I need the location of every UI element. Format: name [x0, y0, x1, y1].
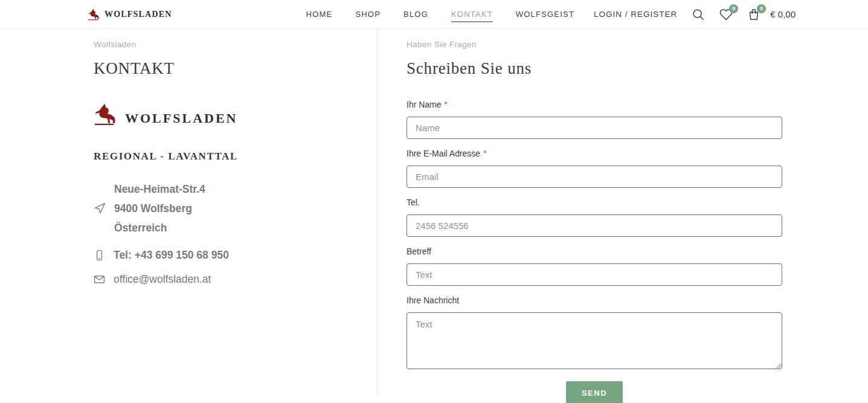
top-header: WOLFSLADEN HOME SHOP BLOG KONTAKT WOLFSG…: [0, 0, 868, 29]
contact-info-column: Wolfsladen KONTAKT WOLFSLADEN REGIONAL -…: [0, 29, 377, 403]
phone-block: Tel: +43 699 150 68 950: [94, 249, 353, 262]
email-block: office@wolfsladen.at: [94, 273, 353, 286]
search-button[interactable]: [692, 8, 705, 21]
wishlist-button[interactable]: 0: [719, 8, 733, 21]
address-block: Neue-Heimat-Str.4 9400 Wolfsberg Österre…: [94, 179, 353, 237]
tel-label: Tel.: [407, 198, 782, 207]
header-actions: LOGIN / REGISTER 0: [594, 8, 796, 21]
cart-button[interactable]: 0: [747, 8, 760, 21]
region-title: REGIONAL - LAVANTTAL: [94, 150, 353, 163]
address-line-1: Neue-Heimat-Str.4: [114, 179, 205, 199]
wolf-logo-icon: [88, 8, 101, 21]
contact-form: Ihr Name* Ihre E-Mail Adresse* Tel. Betr…: [407, 100, 782, 403]
name-label: Ihr Name*: [407, 100, 782, 109]
cart-total[interactable]: € 0,00: [770, 9, 796, 19]
subject-label: Betreff: [407, 247, 782, 256]
subject-field-group: Betreff: [407, 247, 782, 286]
contact-form-column: Haben Sie Fragen Schreiben Sie uns Ihr N…: [377, 29, 868, 403]
send-button[interactable]: SEND: [566, 381, 623, 403]
main-content: Wolfsladen KONTAKT WOLFSLADEN REGIONAL -…: [0, 29, 868, 403]
email-icon: [94, 273, 105, 286]
email-field-group: Ihre E-Mail Adresse*: [407, 149, 782, 188]
email-label: Ihre E-Mail Adresse*: [407, 149, 782, 158]
nav-item-wolfsgeist[interactable]: WOLFSGEIST: [516, 6, 574, 22]
form-title: Schreiben Sie uns: [407, 59, 782, 78]
nav-item-home[interactable]: HOME: [306, 6, 333, 22]
email-label-text: Ihre E-Mail Adresse: [407, 149, 480, 158]
submit-row: SEND: [407, 381, 782, 403]
nav-item-kontakt[interactable]: KONTAKT: [451, 6, 493, 22]
name-label-text: Ihr Name: [407, 100, 442, 109]
message-label: Ihre Nachricht: [407, 295, 782, 305]
message-field-group: Ihre Nachricht: [407, 295, 782, 372]
page-title: KONTAKT: [94, 59, 353, 78]
location-arrow-icon: [94, 179, 106, 237]
shop-logo-text: WOLFSLADEN: [125, 111, 237, 128]
subject-input[interactable]: [407, 263, 782, 286]
column-divider: [377, 29, 378, 396]
contact-details: Neue-Heimat-Str.4 9400 Wolfsberg Österre…: [94, 179, 353, 286]
phone-number: Tel: +43 699 150 68 950: [114, 249, 229, 262]
address-lines: Neue-Heimat-Str.4 9400 Wolfsberg Österre…: [114, 179, 205, 237]
tel-field-group: Tel.: [407, 198, 782, 237]
shop-logo: WOLFSLADEN: [94, 103, 353, 128]
header-logo[interactable]: WOLFSLADEN: [88, 8, 172, 21]
header-logo-text: WOLFSLADEN: [104, 10, 172, 19]
phone-icon: [94, 249, 105, 262]
required-marker: *: [445, 100, 448, 109]
required-marker: *: [483, 149, 486, 158]
cart-count-badge: 0: [757, 4, 766, 13]
form-eyebrow: Haben Sie Fragen: [407, 40, 782, 49]
message-textarea[interactable]: [407, 312, 782, 369]
nav-item-shop[interactable]: SHOP: [355, 6, 381, 22]
breadcrumb: Wolfsladen: [94, 40, 353, 49]
wishlist-count-badge: 0: [729, 4, 738, 13]
search-icon: [692, 8, 705, 21]
address-line-2: 9400 Wolfsberg: [114, 199, 205, 218]
address-line-3: Österreich: [114, 218, 205, 237]
name-input[interactable]: [407, 117, 782, 139]
email-input[interactable]: [407, 166, 782, 188]
main-nav: HOME SHOP BLOG KONTAKT WOLFSGEIST: [306, 6, 574, 22]
name-field-group: Ihr Name*: [407, 100, 782, 139]
tel-input[interactable]: [407, 214, 782, 237]
email-address[interactable]: office@wolfsladen.at: [114, 273, 211, 286]
login-register-link[interactable]: LOGIN / REGISTER: [594, 10, 677, 19]
nav-item-blog[interactable]: BLOG: [403, 6, 428, 22]
wolf-logo-icon: [94, 103, 119, 128]
